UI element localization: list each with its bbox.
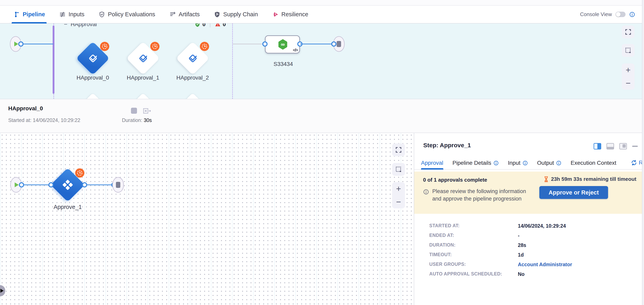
fullscreen-button[interactable] [392,144,405,156]
step-node-approve-1[interactable] [50,168,85,202]
tab-label: Resilience [282,11,308,18]
detail-value: - [518,233,520,238]
zoom-out-button[interactable]: − [626,79,631,88]
floating-view-button[interactable] [619,143,627,150]
connector-port [82,182,87,188]
zoom-in-button[interactable]: + [626,66,631,74]
approval-check-icon [186,52,199,64]
caret-right-icon [0,289,4,293]
play-icon [15,182,19,187]
detail-value: No [518,271,524,277]
stage-status-counts: 0 0 [194,24,226,29]
selected-step-summary: HApproval_0 Started at: 14/06/2024, 10:2… [0,99,644,133]
step-label: HApproval_0 [76,74,110,81]
tab-label: Execution Context [571,160,616,166]
tab-resilience[interactable]: Resilience [270,6,310,23]
step-details-panel: Step: Approve_1 Approval Pipeline Detail… [414,133,644,305]
harness-step-icon: ∞ [277,38,289,50]
step-node-s33434[interactable]: ∞ </> [265,35,300,54]
info-icon [556,160,562,166]
stop-icon [337,41,341,47]
tab-label: Output [537,160,554,166]
tab-artifacts[interactable]: Artifacts [168,6,202,23]
split-right-view-button[interactable] [594,143,601,150]
zoom-controls: + − [622,64,634,90]
tab-label: Pipeline [23,11,45,18]
divider [210,24,210,27]
resilience-chaos-icon [272,11,279,18]
pipeline-icon [13,11,20,18]
detail-label: TIMEOUT: [429,252,518,258]
tab-label: Supply Chain [223,11,258,18]
stage-boundary-right [232,24,233,99]
edge-line [232,44,265,44]
tab-label: Artifacts [179,11,200,18]
tab-label: Approval [421,160,443,166]
toggle-knob [616,12,620,17]
step-graph-canvas[interactable]: Approve_1 + − [0,133,414,305]
detail-row: TIMEOUT: 1d [429,252,524,258]
detail-row: ENDED AT: - [429,233,520,238]
stage-square-icon[interactable] [131,108,137,114]
tab-input[interactable]: Input [508,157,528,169]
step-label: HApproval_2 [176,74,209,81]
info-icon [493,160,499,166]
tab-pipeline-details[interactable]: Pipeline Details [452,157,499,169]
step-node-happroval-0[interactable] [76,42,110,75]
user-groups-link[interactable]: Account Administrator [518,262,572,268]
tab-approval[interactable]: Approval [421,157,443,169]
marquee-icon [624,47,632,54]
tab-inputs[interactable]: Inputs [58,6,86,23]
selected-stage-bar [53,26,54,94]
info-icon [423,189,429,195]
page-scrollbar-track[interactable] [642,0,644,305]
detail-label: STARTED AT: [429,223,518,229]
tab-label: Inputs [68,11,84,18]
step-node-happroval-1[interactable] [126,42,160,75]
tab-policy-evaluations[interactable]: Policy Evaluations [97,6,157,23]
fullscreen-button[interactable] [622,26,634,38]
bottom-view-button[interactable] [606,143,614,150]
detail-label: ENDED AT: [429,233,518,238]
zoom-in-button[interactable]: + [396,185,401,193]
timeout-clock-badge [200,42,209,51]
skip-exit-icon[interactable] [142,107,152,114]
fullscreen-icon [624,28,632,36]
code-glyph: </> [293,48,298,52]
fail-count: 0 [223,24,226,28]
timeout-clock-badge [150,42,160,51]
shield-check-icon [98,11,105,18]
marquee-icon [395,166,402,173]
marquee-select-button[interactable] [622,44,634,57]
tab-pipeline[interactable]: Pipeline [12,6,46,23]
duration-text: Duration: 30s [122,117,152,123]
hourglass-icon [543,176,549,182]
step-node-happroval-2[interactable] [176,42,209,75]
approve-or-reject-button[interactable]: Approve or Reject [539,186,608,199]
fullscreen-icon [395,146,402,154]
info-icon [522,160,528,166]
info-icon[interactable] [629,12,635,18]
supply-chain-shield-icon [214,11,220,18]
connector-port [19,182,24,188]
detail-label: USER GROUPS: [429,262,518,268]
pipeline-stage-canvas[interactable]: − HApproval 0 0 [0,24,644,99]
timeout-clock-badge [75,168,84,178]
list-plus-icon [169,11,176,18]
marquee-select-button[interactable] [392,163,405,176]
console-view-toggle[interactable] [616,12,626,17]
stage-header[interactable]: − HApproval [64,24,97,29]
graph-end-node[interactable] [112,177,124,193]
minimize-panel-button[interactable] [632,146,638,147]
detail-row: USER GROUPS: Account Administrator [429,262,572,268]
console-view-label: Console View [580,11,612,18]
tab-execution-context[interactable]: Execution Context [571,157,616,169]
timeout-remaining: 23h 59m 33s remaining till timeout [543,176,636,182]
zoom-out-button[interactable]: − [396,198,401,206]
collapse-minus-icon[interactable]: − [64,24,68,28]
detail-row: STARTED AT: 14/06/2024, 10:29:24 [429,223,566,229]
drawer-expand-handle[interactable] [0,285,5,296]
tab-supply-chain[interactable]: Supply Chain [212,6,260,23]
tab-output[interactable]: Output [537,157,562,169]
success-count: 0 [202,24,206,28]
